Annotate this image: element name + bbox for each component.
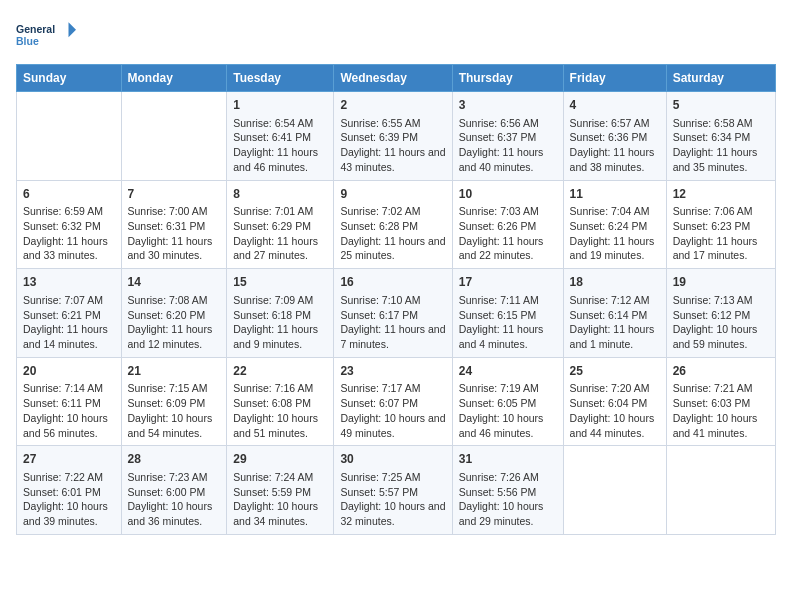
- calendar-cell: 22Sunrise: 7:16 AMSunset: 6:08 PMDayligh…: [227, 357, 334, 446]
- page-header: General Blue: [16, 16, 776, 54]
- day-number: 20: [23, 363, 115, 380]
- calendar-cell: 16Sunrise: 7:10 AMSunset: 6:17 PMDayligh…: [334, 269, 452, 358]
- day-number: 19: [673, 274, 769, 291]
- calendar-cell: 19Sunrise: 7:13 AMSunset: 6:12 PMDayligh…: [666, 269, 775, 358]
- calendar-cell: 4Sunrise: 6:57 AMSunset: 6:36 PMDaylight…: [563, 92, 666, 181]
- day-number: 31: [459, 451, 557, 468]
- calendar-cell: 11Sunrise: 7:04 AMSunset: 6:24 PMDayligh…: [563, 180, 666, 269]
- day-number: 21: [128, 363, 221, 380]
- calendar-cell: 18Sunrise: 7:12 AMSunset: 6:14 PMDayligh…: [563, 269, 666, 358]
- day-header-thursday: Thursday: [452, 65, 563, 92]
- day-number: 14: [128, 274, 221, 291]
- day-number: 2: [340, 97, 445, 114]
- day-number: 28: [128, 451, 221, 468]
- calendar-cell: 13Sunrise: 7:07 AMSunset: 6:21 PMDayligh…: [17, 269, 122, 358]
- calendar-week-row: 6Sunrise: 6:59 AMSunset: 6:32 PMDaylight…: [17, 180, 776, 269]
- day-header-wednesday: Wednesday: [334, 65, 452, 92]
- calendar-week-row: 13Sunrise: 7:07 AMSunset: 6:21 PMDayligh…: [17, 269, 776, 358]
- day-number: 4: [570, 97, 660, 114]
- logo-svg: General Blue: [16, 16, 76, 54]
- day-number: 26: [673, 363, 769, 380]
- svg-text:Blue: Blue: [16, 35, 39, 47]
- calendar-cell: 27Sunrise: 7:22 AMSunset: 6:01 PMDayligh…: [17, 446, 122, 535]
- day-number: 7: [128, 186, 221, 203]
- day-number: 18: [570, 274, 660, 291]
- day-number: 30: [340, 451, 445, 468]
- calendar-cell: 15Sunrise: 7:09 AMSunset: 6:18 PMDayligh…: [227, 269, 334, 358]
- day-number: 6: [23, 186, 115, 203]
- day-number: 25: [570, 363, 660, 380]
- day-number: 24: [459, 363, 557, 380]
- day-header-friday: Friday: [563, 65, 666, 92]
- calendar-cell: 29Sunrise: 7:24 AMSunset: 5:59 PMDayligh…: [227, 446, 334, 535]
- day-number: 3: [459, 97, 557, 114]
- calendar-cell: [563, 446, 666, 535]
- day-number: 8: [233, 186, 327, 203]
- svg-text:General: General: [16, 23, 55, 35]
- calendar-cell: 31Sunrise: 7:26 AMSunset: 5:56 PMDayligh…: [452, 446, 563, 535]
- calendar-cell: 17Sunrise: 7:11 AMSunset: 6:15 PMDayligh…: [452, 269, 563, 358]
- calendar-cell: 14Sunrise: 7:08 AMSunset: 6:20 PMDayligh…: [121, 269, 227, 358]
- day-number: 12: [673, 186, 769, 203]
- day-number: 9: [340, 186, 445, 203]
- calendar-cell: 26Sunrise: 7:21 AMSunset: 6:03 PMDayligh…: [666, 357, 775, 446]
- calendar-cell: 3Sunrise: 6:56 AMSunset: 6:37 PMDaylight…: [452, 92, 563, 181]
- day-number: 1: [233, 97, 327, 114]
- day-number: 11: [570, 186, 660, 203]
- day-number: 23: [340, 363, 445, 380]
- calendar-cell: 30Sunrise: 7:25 AMSunset: 5:57 PMDayligh…: [334, 446, 452, 535]
- calendar-cell: 1Sunrise: 6:54 AMSunset: 6:41 PMDaylight…: [227, 92, 334, 181]
- calendar-cell: 9Sunrise: 7:02 AMSunset: 6:28 PMDaylight…: [334, 180, 452, 269]
- svg-marker-2: [69, 22, 77, 37]
- day-number: 16: [340, 274, 445, 291]
- calendar-cell: 2Sunrise: 6:55 AMSunset: 6:39 PMDaylight…: [334, 92, 452, 181]
- calendar-cell: 5Sunrise: 6:58 AMSunset: 6:34 PMDaylight…: [666, 92, 775, 181]
- day-header-sunday: Sunday: [17, 65, 122, 92]
- day-header-tuesday: Tuesday: [227, 65, 334, 92]
- calendar-cell: 28Sunrise: 7:23 AMSunset: 6:00 PMDayligh…: [121, 446, 227, 535]
- day-number: 17: [459, 274, 557, 291]
- day-number: 5: [673, 97, 769, 114]
- calendar-cell: 23Sunrise: 7:17 AMSunset: 6:07 PMDayligh…: [334, 357, 452, 446]
- day-header-saturday: Saturday: [666, 65, 775, 92]
- calendar-cell: [666, 446, 775, 535]
- calendar-week-row: 20Sunrise: 7:14 AMSunset: 6:11 PMDayligh…: [17, 357, 776, 446]
- calendar-cell: 20Sunrise: 7:14 AMSunset: 6:11 PMDayligh…: [17, 357, 122, 446]
- day-number: 29: [233, 451, 327, 468]
- calendar-cell: [121, 92, 227, 181]
- calendar-cell: 8Sunrise: 7:01 AMSunset: 6:29 PMDaylight…: [227, 180, 334, 269]
- day-number: 10: [459, 186, 557, 203]
- day-number: 22: [233, 363, 327, 380]
- calendar-cell: 10Sunrise: 7:03 AMSunset: 6:26 PMDayligh…: [452, 180, 563, 269]
- calendar-cell: [17, 92, 122, 181]
- calendar-header: SundayMondayTuesdayWednesdayThursdayFrid…: [17, 65, 776, 92]
- day-number: 15: [233, 274, 327, 291]
- day-header-monday: Monday: [121, 65, 227, 92]
- day-number: 27: [23, 451, 115, 468]
- calendar-cell: 24Sunrise: 7:19 AMSunset: 6:05 PMDayligh…: [452, 357, 563, 446]
- calendar-table: SundayMondayTuesdayWednesdayThursdayFrid…: [16, 64, 776, 535]
- calendar-week-row: 27Sunrise: 7:22 AMSunset: 6:01 PMDayligh…: [17, 446, 776, 535]
- calendar-cell: 25Sunrise: 7:20 AMSunset: 6:04 PMDayligh…: [563, 357, 666, 446]
- calendar-week-row: 1Sunrise: 6:54 AMSunset: 6:41 PMDaylight…: [17, 92, 776, 181]
- calendar-cell: 6Sunrise: 6:59 AMSunset: 6:32 PMDaylight…: [17, 180, 122, 269]
- logo: General Blue: [16, 16, 76, 54]
- calendar-cell: 21Sunrise: 7:15 AMSunset: 6:09 PMDayligh…: [121, 357, 227, 446]
- calendar-cell: 7Sunrise: 7:00 AMSunset: 6:31 PMDaylight…: [121, 180, 227, 269]
- day-number: 13: [23, 274, 115, 291]
- calendar-cell: 12Sunrise: 7:06 AMSunset: 6:23 PMDayligh…: [666, 180, 775, 269]
